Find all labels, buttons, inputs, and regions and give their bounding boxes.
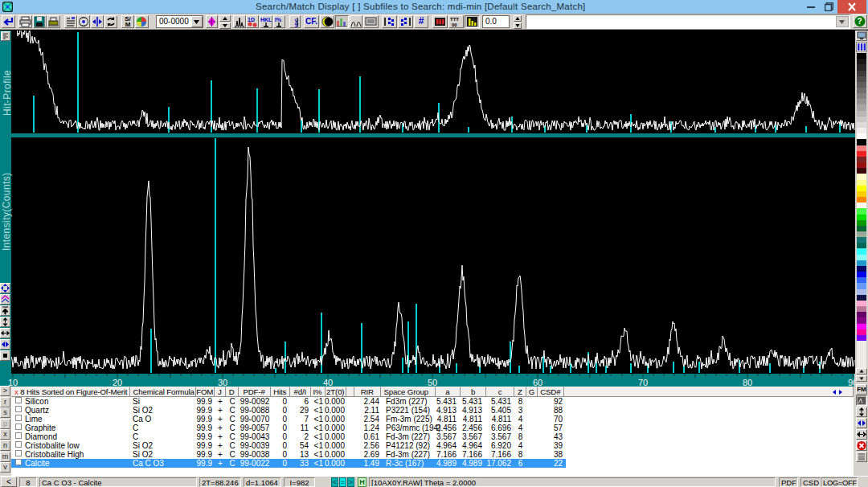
svg-text:HKL: HKL	[260, 17, 272, 23]
svg-text:?: ?	[858, 17, 862, 26]
svg-text:ABC: ABC	[294, 18, 299, 27]
svg-text:00: 00	[452, 23, 457, 27]
svg-text:TTT: TTT	[450, 17, 459, 22]
svg-text:I%: I%	[275, 17, 282, 23]
svg-text:1D: 1D	[248, 17, 255, 23]
